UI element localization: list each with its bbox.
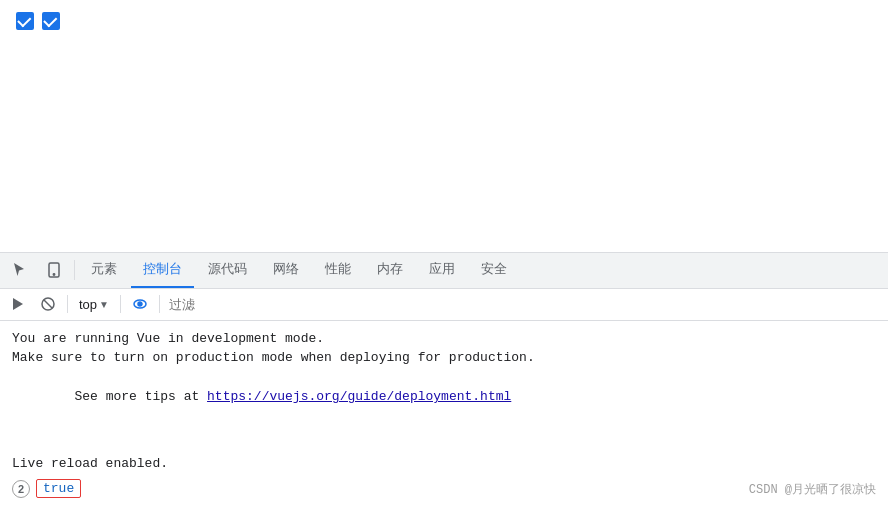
tab-memory[interactable]: 内存	[365, 252, 415, 288]
console-line-1: You are running Vue in development mode.	[12, 329, 876, 349]
chevron-down-icon: ▼	[99, 299, 109, 310]
checkbox-1[interactable]	[16, 12, 34, 30]
console-line-2: Make sure to turn on production mode whe…	[12, 348, 876, 368]
svg-marker-2	[13, 298, 23, 310]
top-area	[0, 0, 888, 252]
filter-input[interactable]	[165, 293, 884, 315]
devtools-panel: 元素 控制台 源代码 网络 性能 内存 应用 安全 top ▼	[0, 252, 888, 507]
true-value-text: true	[43, 481, 74, 496]
console-output: You are running Vue in development mode.…	[0, 321, 888, 507]
watermark: CSDN @月光晒了很凉快	[749, 481, 876, 498]
stop-icon	[40, 296, 56, 312]
tab-console[interactable]: 控制台	[131, 252, 194, 288]
device-toggle-button[interactable]	[38, 256, 70, 284]
console-line-empty	[12, 432, 876, 452]
repeat-badge: 2	[12, 480, 30, 498]
tab-performance[interactable]: 性能	[313, 252, 363, 288]
eye-icon	[132, 296, 148, 312]
checkbox-2[interactable]	[42, 12, 60, 30]
stop-button[interactable]	[34, 291, 62, 317]
context-selector[interactable]: top ▼	[73, 295, 115, 314]
tab-bar: 元素 控制台 源代码 网络 性能 内存 应用 安全	[0, 253, 888, 289]
tab-separator-1	[74, 260, 75, 280]
play-button[interactable]	[4, 291, 32, 317]
toolbar-bar: top ▼	[0, 289, 888, 321]
console-line-3: See more tips at https://vuejs.org/guide…	[12, 368, 876, 427]
eye-button[interactable]	[126, 291, 154, 317]
true-value-line: 2 true	[12, 479, 876, 498]
vue-message-group: You are running Vue in development mode.…	[12, 329, 876, 427]
console-line-live: Live reload enabled.	[12, 454, 876, 474]
true-value-box: true	[36, 479, 81, 498]
cursor-icon	[12, 262, 28, 278]
tab-application[interactable]: 应用	[417, 252, 467, 288]
tab-elements[interactable]: 元素	[79, 252, 129, 288]
tab-sources[interactable]: 源代码	[196, 252, 259, 288]
device-icon	[46, 262, 62, 278]
tab-network[interactable]: 网络	[261, 252, 311, 288]
svg-point-6	[138, 302, 142, 306]
play-icon	[10, 296, 26, 312]
context-label: top	[79, 297, 97, 312]
deployment-link[interactable]: https://vuejs.org/guide/deployment.html	[207, 389, 511, 404]
svg-line-4	[44, 300, 52, 308]
toolbar-separator-1	[67, 295, 68, 313]
tab-security[interactable]: 安全	[469, 252, 519, 288]
cursor-tool-button[interactable]	[4, 256, 36, 284]
console-text-3: See more tips at	[74, 389, 207, 404]
toolbar-separator-2	[120, 295, 121, 313]
svg-point-1	[53, 274, 54, 275]
toolbar-separator-3	[159, 295, 160, 313]
